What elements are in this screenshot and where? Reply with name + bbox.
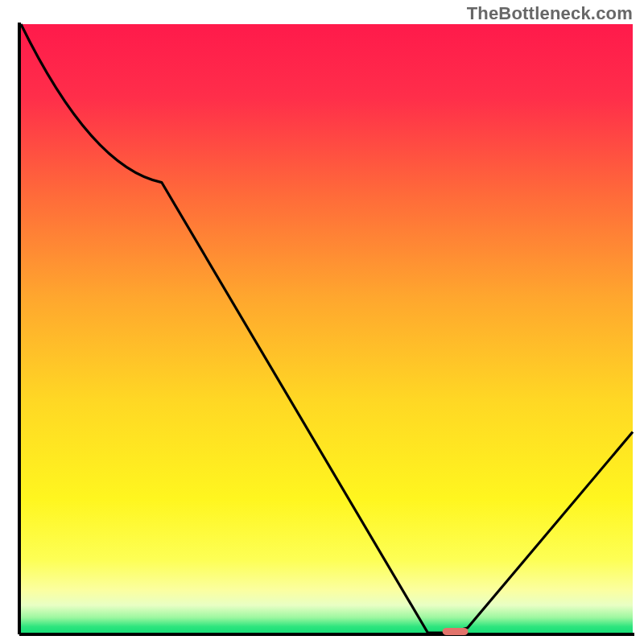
optimum-marker (443, 628, 469, 635)
chart-container: TheBottleneck.com (0, 0, 644, 644)
bottleneck-chart (0, 0, 644, 644)
